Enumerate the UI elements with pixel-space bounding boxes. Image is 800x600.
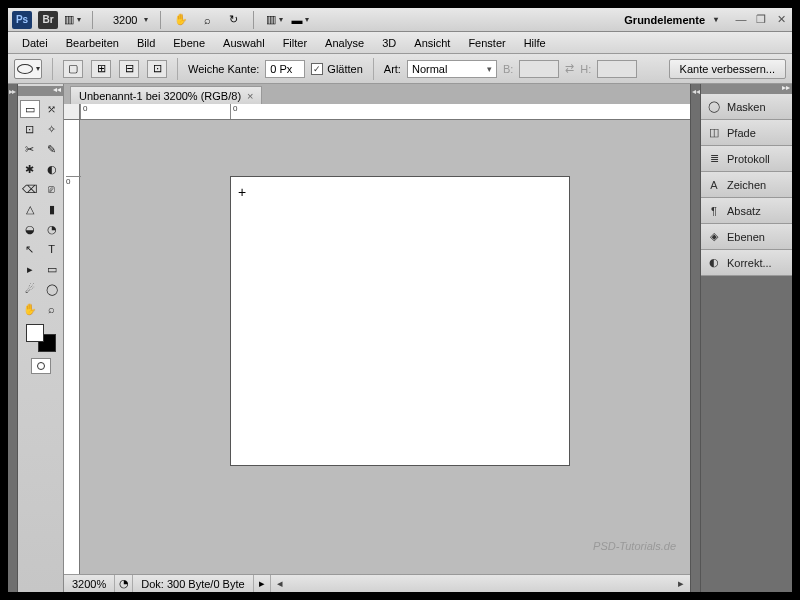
selection-new-icon[interactable]: ▢ [63, 60, 83, 78]
style-dropdown[interactable]: Normal [407, 60, 497, 78]
tool-3d-camera[interactable]: ◯ [42, 280, 62, 298]
menu-auswahl[interactable]: Auswahl [215, 35, 273, 51]
panel-korrekturen[interactable]: ◐Korrekt... [701, 250, 792, 276]
height-input [597, 60, 637, 78]
adjustments-icon: ◐ [707, 256, 721, 270]
tool-zoom[interactable]: ⌕ [42, 300, 62, 318]
mask-icon: ◯ [707, 100, 721, 114]
document-tab[interactable]: Unbenannt-1 bei 3200% (RGB/8) × [70, 86, 262, 104]
tool-move[interactable]: ⤱ [42, 100, 62, 118]
menu-3d[interactable]: 3D [374, 35, 404, 51]
current-tool-preview[interactable]: ▾ [14, 59, 42, 79]
arrange-docs-icon[interactable]: ▥▾ [262, 11, 286, 29]
antialias-checkbox[interactable]: ✓ Glätten [311, 63, 362, 75]
color-swatches[interactable] [26, 324, 56, 352]
menu-ansicht[interactable]: Ansicht [406, 35, 458, 51]
paths-icon: ◫ [707, 126, 721, 140]
panel-absatz[interactable]: ¶Absatz [701, 198, 792, 224]
layers-icon: ◈ [707, 230, 721, 244]
close-icon[interactable]: ✕ [774, 13, 788, 26]
tool-path-select[interactable]: ▸ [20, 260, 40, 278]
tool-wand[interactable]: ✧ [42, 120, 62, 138]
screen-mode-icon[interactable]: ▬▾ [288, 11, 312, 29]
refine-edge-button[interactable]: Kante verbessern... [669, 59, 786, 79]
tool-3d[interactable]: ☄ [20, 280, 40, 298]
status-proof-icon[interactable]: ◔ [115, 575, 133, 592]
workspace-switcher[interactable]: Grundelemente▾ [618, 14, 724, 26]
selection-add-icon[interactable]: ⊞ [91, 60, 111, 78]
tool-blur[interactable]: ◒ [20, 220, 40, 238]
tool-type[interactable]: T [42, 240, 62, 258]
toolbox-collapse-icon[interactable] [18, 86, 63, 96]
foreground-color-swatch[interactable] [26, 324, 44, 342]
tool-pen[interactable]: ↖ [20, 240, 40, 258]
tool-stamp[interactable]: ⌫ [20, 180, 40, 198]
left-collapsed-dock[interactable]: ▸▸ [8, 84, 18, 592]
horizontal-scrollbar[interactable]: ◂ ▸ [271, 577, 690, 590]
rotate-view-icon[interactable]: ↻ [221, 11, 245, 29]
history-icon: ≣ [707, 152, 721, 166]
feather-input[interactable]: 0 Px [265, 60, 305, 78]
layout-dropdown-icon[interactable]: ▥▾ [60, 11, 84, 29]
checkbox-check-icon: ✓ [311, 63, 323, 75]
tool-history-brush[interactable]: ⎚ [42, 180, 62, 198]
ruler-horizontal[interactable]: 0 0 [80, 104, 690, 120]
panel-ebenen[interactable]: ◈Ebenen [701, 224, 792, 250]
tool-gradient[interactable]: ▮ [42, 200, 62, 218]
photoshop-logo-icon: Ps [12, 11, 32, 29]
document-canvas[interactable] [230, 176, 570, 466]
selection-subtract-icon[interactable]: ⊟ [119, 60, 139, 78]
tool-brush[interactable]: ◐ [42, 160, 62, 178]
status-menu-icon[interactable]: ▸ [254, 575, 271, 592]
status-zoom[interactable]: 3200% [64, 575, 115, 592]
panel-zeichen[interactable]: AZeichen [701, 172, 792, 198]
right-panel-strip: ◯Masken ◫Pfade ≣Protokoll AZeichen ¶Absa… [700, 84, 792, 592]
tool-crop[interactable]: ✂ [20, 140, 40, 158]
menu-bild[interactable]: Bild [129, 35, 163, 51]
ruler-vertical[interactable]: 0 [64, 120, 80, 574]
character-icon: A [707, 178, 721, 192]
paragraph-icon: ¶ [707, 204, 721, 218]
watermark: PSD-Tutorials.de [593, 540, 676, 552]
minimize-icon[interactable]: — [734, 13, 748, 26]
scroll-left-icon[interactable]: ◂ [273, 577, 287, 590]
menu-ebene[interactable]: Ebene [165, 35, 213, 51]
options-bar: ▾ ▢ ⊞ ⊟ ⊡ Weiche Kante: 0 Px ✓ Glätten A… [8, 54, 792, 84]
tab-close-icon[interactable]: × [247, 90, 253, 102]
right-collapsed-dock[interactable]: ◂◂ [690, 84, 700, 592]
tool-eraser[interactable]: △ [20, 200, 40, 218]
tool-hand[interactable]: ✋ [20, 300, 40, 318]
panel-protokoll[interactable]: ≣Protokoll [701, 146, 792, 172]
canvas-area[interactable]: 0 0 0 + PSD-Tutorials.de [64, 104, 690, 574]
ruler-corner[interactable] [64, 104, 80, 120]
tool-marquee[interactable]: ▭ [20, 100, 40, 118]
status-doc-info[interactable]: Dok: 300 Byte/0 Byte [133, 575, 253, 592]
hand-tool-icon[interactable]: ✋ [169, 11, 193, 29]
zoom-combo[interactable]: 3200▾ [109, 13, 152, 27]
menu-hilfe[interactable]: Hilfe [516, 35, 554, 51]
menu-datei[interactable]: Datei [14, 35, 56, 51]
menu-bar: Datei Bearbeiten Bild Ebene Auswahl Filt… [8, 32, 792, 54]
panel-masken[interactable]: ◯Masken [701, 94, 792, 120]
tool-lasso[interactable]: ⊡ [20, 120, 40, 138]
tool-shape[interactable]: ▭ [42, 260, 62, 278]
tool-heal[interactable]: ✱ [20, 160, 40, 178]
right-panel-collapse-icon[interactable] [701, 84, 792, 94]
tool-dodge[interactable]: ◔ [42, 220, 62, 238]
quickmask-toggle[interactable] [31, 358, 51, 374]
menu-analyse[interactable]: Analyse [317, 35, 372, 51]
maximize-icon[interactable]: ❐ [754, 13, 768, 26]
bridge-logo-icon[interactable]: Br [38, 11, 58, 29]
width-input [519, 60, 559, 78]
toolbox: ▭ ⤱ ⊡ ✧ ✂ ✎ ✱ ◐ ⌫ ⎚ △ ▮ ◒ ◔ ↖ T ▸ ▭ ☄ ◯ [18, 84, 64, 592]
scroll-right-icon[interactable]: ▸ [674, 577, 688, 590]
menu-fenster[interactable]: Fenster [460, 35, 513, 51]
menu-bearbeiten[interactable]: Bearbeiten [58, 35, 127, 51]
feather-label: Weiche Kante: [188, 63, 259, 75]
app-bar: Ps Br ▥▾ 3200▾ ✋ ⌕ ↻ ▥▾ ▬▾ Grundelemente… [8, 8, 792, 32]
tool-eyedropper[interactable]: ✎ [42, 140, 62, 158]
menu-filter[interactable]: Filter [275, 35, 315, 51]
zoom-tool-icon[interactable]: ⌕ [195, 11, 219, 29]
selection-intersect-icon[interactable]: ⊡ [147, 60, 167, 78]
panel-pfade[interactable]: ◫Pfade [701, 120, 792, 146]
